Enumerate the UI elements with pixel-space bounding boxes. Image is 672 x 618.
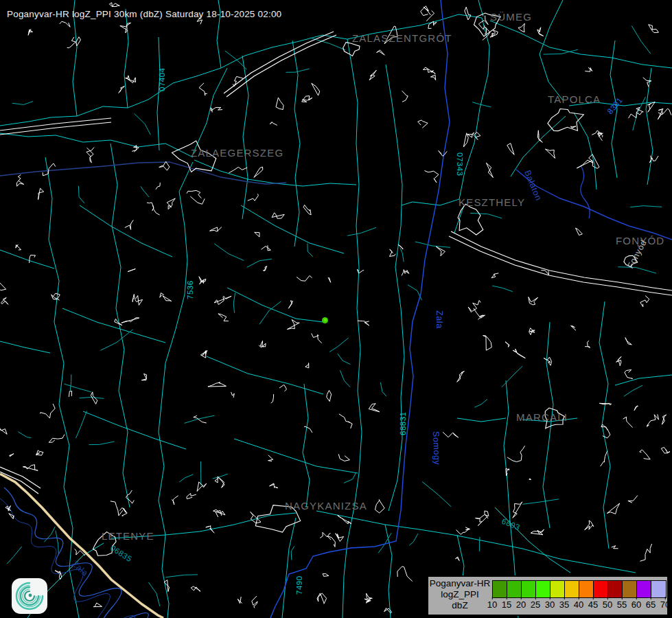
legend-tick: 25 xyxy=(531,599,540,610)
city-label-sumeg: SÜMEG xyxy=(490,11,532,23)
city-label-marcali: MARCALI xyxy=(516,411,568,423)
legend-tick: 50 xyxy=(603,599,612,610)
road-label-07343: 07343 xyxy=(456,152,464,176)
legend-color-cell xyxy=(565,581,579,597)
legend-tick: 40 xyxy=(574,599,583,610)
legend-tick: 65 xyxy=(646,599,656,610)
legend-tick: 30 xyxy=(545,599,555,610)
legend-radar-name: Poganyvar-HR xyxy=(428,578,491,589)
legend-tick: 45 xyxy=(588,599,598,610)
road-label-06835: 06835 xyxy=(109,544,133,564)
legend-color-cell xyxy=(594,581,608,597)
legend-color-cell xyxy=(522,581,536,597)
radar-title: Poganyvar-HR logZ_PPI 30km (dbZ) Saturda… xyxy=(7,9,281,19)
road-label-7536: 7536 xyxy=(186,280,194,299)
legend-tick: 55 xyxy=(617,599,627,610)
legend-color-cell xyxy=(507,581,522,597)
city-label-zalaegerszeg: ZALAEGERSZEG xyxy=(191,147,283,159)
legend-color-cell xyxy=(536,581,551,597)
legend-color-cell xyxy=(493,581,507,597)
city-label-letenye: LETENYE xyxy=(102,530,154,542)
legend-color-cell xyxy=(637,581,651,597)
road-label-68831: 68831 xyxy=(399,412,407,435)
water-label-balaton: Balaton xyxy=(522,169,543,202)
road-label-7490: 7490 xyxy=(295,575,303,595)
legend-color-scale xyxy=(492,580,667,598)
road-number-labels: 07404 7536 07343 8301 68831 06835 6803 7… xyxy=(109,67,624,595)
legend-titles: Poganyvar-HR logZ_PPI dbZ xyxy=(428,578,491,611)
road-network xyxy=(0,0,672,618)
legend-tick: 60 xyxy=(632,599,641,610)
radar-map: SÜMEG ZALASZENTGRÓT TAPOLCA ZALAEGERSZEG… xyxy=(0,0,672,618)
legend-color-cell xyxy=(623,581,637,597)
legend-tick: 20 xyxy=(516,599,526,610)
legend-color-cell xyxy=(551,581,565,597)
legend-tick: 70 xyxy=(660,599,670,610)
city-label-zalaszentgrot: ZALASZENTGRÓT xyxy=(352,32,452,44)
city-label-keszthely: KESZTHELY xyxy=(459,196,525,208)
legend-unit: dbZ xyxy=(428,600,491,611)
weather-app-logo[interactable] xyxy=(12,578,47,614)
water-label-zala-south: Zala xyxy=(70,559,90,578)
minor-roads xyxy=(7,25,662,606)
radar-echo-inner xyxy=(324,319,327,321)
radar-viewport: SÜMEG ZALASZENTGRÓT TAPOLCA ZALAEGERSZEG… xyxy=(0,0,672,618)
legend-color-cell xyxy=(608,581,623,597)
city-label-nagykanizsa: NAGYKANIZSA xyxy=(285,500,367,512)
water-label-zala: Zala xyxy=(435,310,444,329)
legend-tick-labels: 10152025303540455055606570 xyxy=(492,598,667,612)
water-labels: Zala Somogy Balaton Zala Fonyód xyxy=(70,169,649,578)
legend-color-cell xyxy=(651,581,666,597)
city-label-tapolca: TAPOLCA xyxy=(548,93,601,105)
rivers-and-boundaries xyxy=(0,0,672,618)
legend-tick: 35 xyxy=(559,599,569,610)
legend-product-name: logZ_PPI xyxy=(428,589,491,600)
legend-color-cell xyxy=(579,581,594,597)
legend-tick: 15 xyxy=(502,599,511,610)
road-label-07404: 07404 xyxy=(158,67,166,91)
legend-panel: Poganyvar-HR logZ_PPI dbZ 10152025303540… xyxy=(427,575,669,616)
radar-echo xyxy=(322,317,328,323)
water-label-somogy: Somogy xyxy=(431,431,442,466)
legend-tick: 10 xyxy=(487,599,497,610)
